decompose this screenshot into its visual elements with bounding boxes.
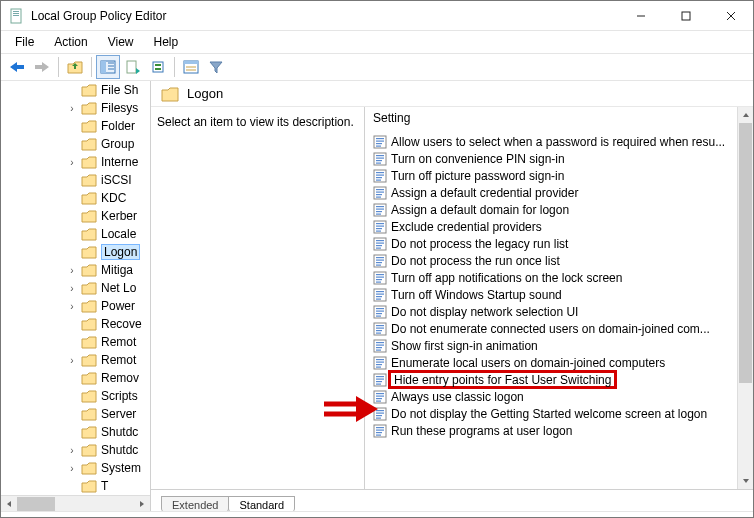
setting-label: Turn off Windows Startup sound (391, 288, 562, 302)
tree-horizontal-scrollbar[interactable] (1, 495, 150, 511)
expander-icon[interactable]: › (67, 463, 77, 474)
svg-rect-3 (13, 15, 19, 16)
svg-rect-19 (155, 64, 161, 66)
up-folder-button[interactable] (63, 55, 87, 79)
tree-item[interactable]: ›Net Lo (1, 279, 150, 297)
scroll-up-icon[interactable] (738, 107, 753, 123)
tree-item[interactable]: ›Filesys (1, 99, 150, 117)
tree-item[interactable]: Scripts (1, 387, 150, 405)
tree-item[interactable]: File Sh (1, 81, 150, 99)
scroll-vthumb[interactable] (739, 123, 752, 383)
forward-button[interactable] (30, 55, 54, 79)
export-list-button[interactable] (121, 55, 145, 79)
setting-label: Do not display network selection UI (391, 305, 578, 319)
tree-item[interactable]: T (1, 477, 150, 495)
tree-item[interactable]: Shutdc (1, 423, 150, 441)
setting-row[interactable]: Exclude credential providers (373, 218, 733, 235)
close-button[interactable] (708, 1, 753, 31)
back-button[interactable] (5, 55, 29, 79)
setting-label: Exclude credential providers (391, 220, 542, 234)
svg-rect-61 (376, 245, 382, 246)
setting-row[interactable]: Do not enumerate connected users on doma… (373, 320, 733, 337)
show-hide-tree-button[interactable] (96, 55, 120, 79)
expander-icon[interactable]: › (67, 301, 77, 312)
svg-rect-74 (376, 291, 384, 292)
svg-rect-69 (376, 274, 384, 275)
tree-item[interactable]: Group (1, 135, 150, 153)
maximize-button[interactable] (663, 1, 708, 31)
expander-icon[interactable]: › (67, 283, 77, 294)
svg-rect-41 (376, 177, 382, 178)
svg-rect-42 (376, 179, 381, 180)
setting-row[interactable]: Show first sign-in animation (373, 337, 733, 354)
svg-marker-17 (136, 68, 140, 74)
tree-item[interactable]: Locale (1, 225, 150, 243)
svg-marker-27 (140, 501, 144, 507)
tab-extended[interactable]: Extended (161, 496, 229, 511)
tree-item[interactable]: Remot (1, 333, 150, 351)
expander-icon[interactable]: › (67, 355, 77, 366)
tree-item[interactable]: ›Remot (1, 351, 150, 369)
setting-row[interactable]: Always use classic logon (373, 388, 733, 405)
refresh-button[interactable] (146, 55, 170, 79)
tree-item[interactable]: KDC (1, 189, 150, 207)
svg-rect-79 (376, 308, 384, 309)
svg-rect-56 (376, 228, 382, 229)
setting-row[interactable]: Do not display network selection UI (373, 303, 733, 320)
setting-row[interactable]: Enumerate local users on domain-joined c… (373, 354, 733, 371)
expander-icon[interactable]: › (67, 103, 77, 114)
setting-row[interactable]: Turn off picture password sign-in (373, 167, 733, 184)
tree-item[interactable]: iSCSI (1, 171, 150, 189)
setting-row[interactable]: Run these programs at user logon (373, 422, 733, 439)
setting-row[interactable]: Allow users to select when a password is… (373, 133, 733, 150)
svg-rect-107 (376, 400, 381, 401)
tree-item-label: Recove (101, 317, 142, 331)
scroll-left-icon[interactable] (1, 496, 17, 512)
svg-rect-37 (376, 162, 381, 163)
tree-item[interactable]: ›Shutdc (1, 441, 150, 459)
setting-row[interactable]: Turn on convenience PIN sign-in (373, 150, 733, 167)
setting-row[interactable]: Turn off app notifications on the lock s… (373, 269, 733, 286)
tab-standard[interactable]: Standard (228, 496, 295, 511)
minimize-button[interactable] (618, 1, 663, 31)
svg-rect-50 (376, 208, 384, 209)
list-vertical-scrollbar[interactable] (737, 107, 753, 489)
menu-help[interactable]: Help (146, 33, 187, 51)
tree-item[interactable]: ›Interne (1, 153, 150, 171)
setting-row[interactable]: Hide entry points for Fast User Switchin… (373, 371, 733, 388)
tree-item[interactable]: Folder (1, 117, 150, 135)
setting-row[interactable]: Turn off Windows Startup sound (373, 286, 733, 303)
tree-item[interactable]: Remov (1, 369, 150, 387)
setting-row[interactable]: Assign a default domain for logon (373, 201, 733, 218)
column-header-setting[interactable]: Setting (373, 111, 410, 125)
setting-row[interactable]: Do not display the Getting Started welco… (373, 405, 733, 422)
tree-item[interactable]: ›Mitiga (1, 261, 150, 279)
expander-icon[interactable]: › (67, 445, 77, 456)
menu-file[interactable]: File (7, 33, 42, 51)
setting-row[interactable]: Do not process the run once list (373, 252, 733, 269)
properties-button[interactable] (179, 55, 203, 79)
tree-item[interactable]: Recove (1, 315, 150, 333)
setting-label: Run these programs at user logon (391, 424, 572, 438)
menu-action[interactable]: Action (46, 33, 95, 51)
scroll-hthumb[interactable] (17, 497, 55, 511)
svg-rect-52 (376, 213, 381, 214)
expander-icon[interactable]: › (67, 265, 77, 276)
filter-button[interactable] (204, 55, 228, 79)
expander-icon[interactable]: › (67, 157, 77, 168)
svg-marker-26 (7, 501, 11, 507)
scroll-right-icon[interactable] (134, 496, 150, 512)
scroll-down-icon[interactable] (738, 473, 753, 489)
setting-row[interactable]: Assign a default credential provider (373, 184, 733, 201)
svg-rect-35 (376, 157, 384, 158)
svg-rect-100 (376, 378, 384, 379)
tree-item[interactable]: Server (1, 405, 150, 423)
tree-item[interactable]: Kerber (1, 207, 150, 225)
tree-item[interactable]: ›Power (1, 297, 150, 315)
setting-label: Always use classic logon (391, 390, 524, 404)
tree-item[interactable]: Logon (1, 243, 150, 261)
setting-row[interactable]: Do not process the legacy run list (373, 235, 733, 252)
tree-item[interactable]: ›System (1, 459, 150, 477)
menu-view[interactable]: View (100, 33, 142, 51)
svg-rect-64 (376, 257, 384, 258)
